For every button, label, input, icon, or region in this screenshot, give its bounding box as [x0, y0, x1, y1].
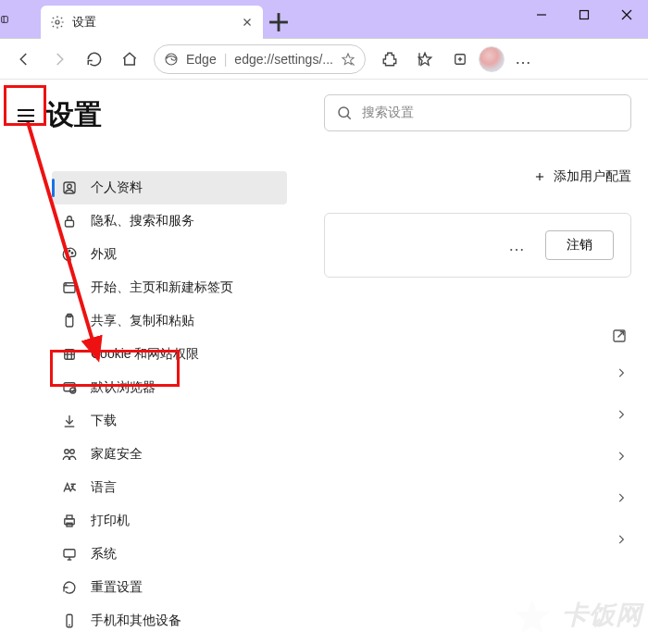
person-icon: [61, 180, 78, 196]
more-menu-button[interactable]: …: [506, 43, 540, 76]
home-button[interactable]: [113, 43, 146, 76]
chevron-right-icon[interactable]: [615, 406, 628, 423]
collections-button[interactable]: [443, 43, 477, 76]
nav-label: 家庭安全: [91, 446, 143, 463]
external-link-icon[interactable]: [611, 328, 628, 348]
svg-point-43: [70, 450, 75, 454]
forward-button[interactable]: [43, 43, 76, 76]
minimize-button[interactable]: [520, 0, 563, 30]
svg-point-26: [69, 251, 70, 253]
settings-search-input[interactable]: 搜索设置: [324, 94, 631, 131]
svg-point-27: [71, 253, 73, 254]
nav-default-browser[interactable]: 默认浏览器: [52, 371, 287, 404]
tab-actions-icon[interactable]: [0, 0, 9, 39]
chevron-right-icon[interactable]: [615, 531, 628, 548]
nav-label: 重置设置: [91, 579, 143, 596]
svg-rect-37: [64, 383, 75, 391]
nav-family[interactable]: 家庭安全: [52, 438, 287, 471]
edge-label: Edge: [186, 52, 217, 67]
chevron-right-icon[interactable]: [615, 489, 628, 506]
close-tab-icon[interactable]: [241, 16, 254, 29]
section-chevrons: [615, 365, 628, 548]
settings-nav: 个人资料 隐私、搜索和服务 外观 开始、主页和新建标签页 共享、复制和粘贴 Co…: [0, 171, 315, 644]
hamburger-menu-button[interactable]: [15, 105, 37, 127]
svg-point-25: [66, 253, 68, 254]
profile-more-button[interactable]: …: [501, 236, 532, 255]
maximize-button[interactable]: [563, 0, 605, 30]
plus-icon: [533, 170, 546, 183]
nav-phone[interactable]: 手机和其他设备: [52, 604, 287, 638]
refresh-button[interactable]: [78, 43, 111, 76]
nav-privacy[interactable]: 隐私、搜索和服务: [52, 204, 287, 238]
svg-rect-0: [2, 17, 8, 23]
favorites-button[interactable]: [408, 43, 442, 76]
browser-check-icon: [61, 379, 78, 396]
settings-title: 设置: [46, 96, 102, 134]
browser-toolbar: Edge | edge://settings/... …: [0, 39, 648, 80]
new-tab-button[interactable]: [263, 6, 294, 39]
watermark: 卡饭网: [511, 596, 642, 638]
gear-icon: [50, 15, 65, 30]
close-window-button[interactable]: [605, 0, 648, 30]
palette-icon: [61, 246, 78, 263]
chevron-right-icon[interactable]: [615, 448, 628, 464]
favorite-star-icon[interactable]: [341, 52, 355, 67]
profile-card: … 注销: [324, 213, 631, 278]
nav-system[interactable]: 系统: [52, 538, 287, 571]
language-icon: [61, 479, 78, 496]
nav-language[interactable]: 语言: [52, 471, 287, 504]
nav-label: 外观: [91, 246, 117, 263]
svg-rect-8: [580, 11, 589, 19]
url-text: edge://settings/...: [234, 52, 333, 67]
nav-label: 语言: [91, 479, 117, 496]
nav-label: 打印机: [91, 513, 130, 529]
nav-label: 系统: [91, 546, 117, 563]
phone-icon: [61, 613, 78, 629]
nav-label: 手机和其他设备: [91, 613, 181, 629]
edge-logo-icon: [164, 52, 179, 67]
reset-icon: [61, 579, 78, 596]
svg-line-54: [347, 116, 351, 119]
svg-point-53: [339, 107, 349, 118]
svg-rect-24: [66, 220, 74, 227]
lock-icon: [61, 213, 78, 229]
profile-avatar[interactable]: [479, 46, 505, 72]
nav-downloads[interactable]: 下载: [52, 404, 287, 438]
nav-label: 下载: [91, 413, 117, 429]
nav-appearance[interactable]: 外观: [52, 238, 287, 271]
clipboard-icon: [61, 313, 78, 329]
svg-point-23: [68, 184, 72, 189]
svg-marker-14: [418, 53, 431, 65]
tab-title: 设置: [72, 14, 241, 31]
logout-button[interactable]: 注销: [545, 230, 614, 260]
nav-share[interactable]: 共享、复制和粘贴: [52, 304, 287, 338]
download-icon: [61, 413, 78, 429]
svg-point-42: [65, 450, 69, 454]
nav-label: Cookie 和网站权限: [91, 346, 199, 363]
svg-rect-45: [67, 515, 72, 519]
svg-point-30: [66, 284, 67, 285]
nav-label: 默认浏览器: [91, 379, 156, 396]
nav-reset[interactable]: 重置设置: [52, 571, 287, 604]
nav-about[interactable]: 关于 Microsoft Edge: [52, 638, 287, 644]
monitor-icon: [61, 546, 78, 563]
titlebar: 设置: [0, 0, 648, 39]
nav-label: 隐私、搜索和服务: [91, 213, 194, 229]
nav-start[interactable]: 开始、主页和新建标签页: [52, 271, 287, 304]
nav-printer[interactable]: 打印机: [52, 504, 287, 538]
add-profile-button[interactable]: 添加用户配置: [315, 168, 631, 185]
main-area: 设置 个人资料 隐私、搜索和服务 外观 开始、主页和新建标签页 共享、复制和粘贴: [0, 80, 648, 644]
family-icon: [61, 446, 78, 463]
nav-label: 共享、复制和粘贴: [91, 313, 194, 329]
address-bar[interactable]: Edge | edge://settings/...: [154, 44, 366, 74]
svg-rect-47: [64, 550, 75, 557]
chevron-right-icon[interactable]: [615, 365, 628, 381]
browser-tab[interactable]: 设置: [41, 6, 263, 39]
settings-sidebar: 设置 个人资料 隐私、搜索和服务 外观 开始、主页和新建标签页 共享、复制和粘贴: [0, 80, 315, 644]
extensions-button[interactable]: [373, 43, 406, 76]
search-icon: [336, 105, 353, 121]
settings-content: 搜索设置 添加用户配置 … 注销: [315, 80, 648, 644]
nav-cookies[interactable]: Cookie 和网站权限: [52, 338, 287, 371]
nav-profile[interactable]: 个人资料: [52, 171, 287, 204]
back-button[interactable]: [7, 43, 41, 76]
